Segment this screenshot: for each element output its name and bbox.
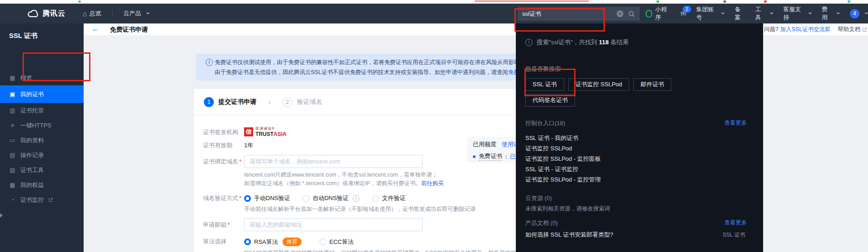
console-entry[interactable]: 证书监控 SSLPod - 监控管理 [525,176,601,184]
suggest-email-cert-button[interactable]: 邮件证书 [633,78,671,91]
back-arrow-icon[interactable]: ← [92,25,99,33]
radio-manual-dns[interactable]: 手动DNS验证 [244,194,290,202]
sidebar-item-cert-hosting[interactable]: ▥ 证书托管 [0,103,84,118]
monitor-icon: ◔ [9,196,16,203]
sliders-icon: ≡ [9,122,16,129]
validity-value: 1年 [244,141,253,149]
radio-icon [372,195,379,202]
console-entry[interactable]: 证书监控 SSLPod [525,145,572,153]
chevron-down-icon [770,13,774,14]
doc-result-item[interactable]: 如何选择 SSL 证书安装部署类型? [525,231,613,239]
validity-label: 证书有效期 [203,141,244,149]
banner-line2: 由于免费证书是无偿提供，因此腾讯云SSL证书不提供免费证书的技术支持或安装指导。… [215,69,559,76]
search-input[interactable] [518,10,617,17]
sidebar-item-my-benefits[interactable]: ▩ 我的权益 [0,177,84,192]
console-entry[interactable]: SSL 证书 - 证书监控 [525,165,578,173]
console-entry[interactable]: 证书监控 SSLPod - 监控面板 [525,155,601,163]
log-icon: ▤ [9,152,16,159]
console-view-more-link[interactable]: 查看更多 [724,119,747,127]
doc-result-tag: SSL 证书 [722,231,745,239]
nav-group-account[interactable]: 集团账号 [696,5,725,22]
suggest-code-sign-button[interactable]: 代码签名证书 [525,94,575,107]
sidebar-collapse-handle[interactable] [0,213,3,218]
sidebar-item-operation-log[interactable]: ▤ 操作记录 [0,148,84,163]
external-link-icon [48,196,53,203]
nav-support[interactable]: 客服支持 [783,5,812,22]
product-docs-header: 产品文档 (0) [525,219,558,227]
domain-input[interactable] [244,155,423,168]
step1-circle: 1 [204,97,214,107]
join-group-link[interactable]: 加入SSL证书交流群 [780,26,830,33]
tools-icon: ▧ [9,167,16,173]
nav-divider [112,10,113,17]
info-icon: i [353,195,359,202]
radio-selected-icon [244,195,251,202]
algorithm-label: 算法选择 [203,238,244,246]
help-links: 问题? 加入SSL证书交流群 帮助文档 [764,26,867,33]
grid-icon: ▦ [9,75,16,81]
search-summary: i 搜索"ssl证书"，共找到 118 条结果 [525,38,629,47]
radio-file-verify[interactable]: 文件验证 [372,194,406,202]
bullet-icon [473,155,476,158]
buy-cert-link[interactable]: 前往购买 [421,180,444,187]
step-chevron-icon: › [268,98,271,107]
nav-messages[interactable]: ✉ 2 [680,9,686,18]
chevron-down-icon [864,13,868,14]
message-count-badge: 2 [683,6,691,13]
radio-auto-dns[interactable]: 自动DNS验证 i [302,194,359,202]
nav-mini-program[interactable]: 小程序 [646,5,670,22]
search-icon[interactable] [628,10,635,18]
step2-circle: 2 [283,97,292,107]
console-entries-header: 控制台入口(18) [525,119,565,127]
help-doc-link[interactable]: 帮助文档 [838,26,860,33]
radio-rsa[interactable]: RSA算法 [244,238,278,246]
favicon-artifact [78,0,81,3]
docs-view-more-link[interactable]: 查看更多 [724,219,747,227]
email-input[interactable] [244,218,423,231]
folder-icon: ▭ [9,137,16,144]
chevron-down-icon [808,13,812,14]
chevron-down-icon [721,13,725,14]
domain-label: 证书绑定域名* [203,155,244,166]
email-label: 申请邮箱* [203,218,244,229]
nav-billing[interactable]: 费用 [822,5,840,22]
search-results-dropdown: i 搜索"ssl证书"，共找到 118 条结果 您是否要搜索 SSL 证书 证书… [516,23,763,252]
global-search-box[interactable]: × [518,7,640,21]
page-title: 免费证书申请 [110,26,148,34]
sidebar-item-one-click-https[interactable]: ≡ 一键HTTPS [0,118,84,133]
console-entry[interactable]: SSL 证书 - 我的证书 [525,134,578,142]
sidebar-item-cert-tools[interactable]: ▧ 证书工具 [0,163,84,177]
chevron-down-icon [146,13,150,14]
nav-overview[interactable]: ⌂ 总览 [83,9,101,18]
clear-search-icon[interactable]: × [617,10,623,17]
suggest-sslpod-button[interactable]: 证书监控 SSLPod [568,78,629,91]
nav-beian[interactable]: 备案 [735,5,745,22]
favicon-artifact [764,0,767,3]
resource-empty-text: 未搜索到相关资源，请修改搜索词 [525,205,610,213]
tencent-cloud-logo[interactable]: 腾讯云 [27,9,66,19]
suggest-ssl-cert-button[interactable]: SSL 证书 [525,78,564,91]
sidebar-item-overview[interactable]: ▦ 概览 [0,70,84,85]
suggest-label: 您是否要搜索 [525,65,561,73]
suggest-buttons-row1: SSL 证书 证书监控 SSLPod 邮件证书 [525,78,671,91]
radio-icon [320,238,326,245]
annotation-artifact [475,0,589,2]
radio-selected-icon [244,238,251,245]
sidebar-item-my-info[interactable]: ▭ 我的资料 [0,133,84,148]
verify-help: 手动前往域名解析平台添加一条解析记录（不影响域名使用），证书签发成功后即可删除记… [244,205,476,214]
nav-account[interactable]: 4 [850,9,868,19]
avatar: 4 [850,9,859,19]
radio-ecc[interactable]: ECC算法 [320,238,354,246]
nav-products[interactable]: 云产品 [123,9,150,18]
sidebar-item-my-certificates[interactable]: ▣ 我的证书 [0,85,84,103]
favicon-artifact [656,0,659,3]
sidebar: SSL 证书 ▦ 概览 ▣ 我的证书 ▥ 证书托管 ≡ 一键HTTPS ▭ 我的… [0,23,84,252]
help-prefix: 问题? [764,26,778,33]
chevron-down-icon [836,13,840,14]
nav-tools[interactable]: 工具 [755,5,773,22]
verify-label: 域名验证方式* [203,194,244,202]
brand-text: 腾讯云 [42,9,66,19]
cloud-logo-icon [27,10,39,18]
sidebar-item-cert-monitor[interactable]: ◔ 证书监控 [0,192,84,207]
issuer-label: 证书签发机构 [203,127,244,136]
